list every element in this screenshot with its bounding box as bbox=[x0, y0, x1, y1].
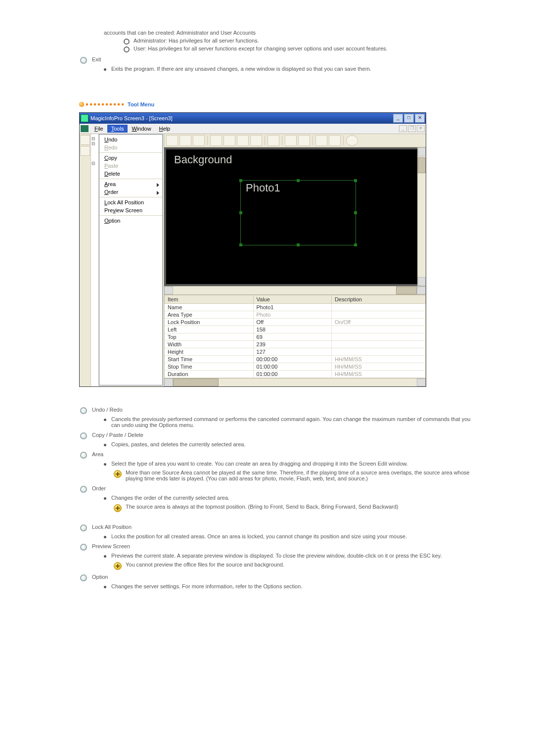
scroll-down-icon[interactable] bbox=[418, 277, 426, 286]
mdi-close-icon[interactable]: ✕ bbox=[417, 125, 425, 132]
scroll-left-icon[interactable] bbox=[164, 286, 173, 294]
menu-tools[interactable]: Tools bbox=[107, 125, 128, 133]
resize-handle[interactable] bbox=[239, 179, 242, 182]
menu-option[interactable]: Option bbox=[99, 217, 162, 225]
resize-handle[interactable] bbox=[239, 243, 242, 246]
dotsq-icon bbox=[118, 103, 120, 105]
menu-order[interactable]: Order bbox=[99, 188, 162, 196]
menu-delete[interactable]: Delete bbox=[99, 170, 162, 178]
titlebar[interactable]: MagicInfoPro Screen3 - [Screen3] _ □ ✕ bbox=[80, 113, 426, 124]
resize-handle[interactable] bbox=[239, 211, 242, 214]
menu-lock-all-position[interactable]: Lock All Position bbox=[99, 198, 162, 206]
scroll-thumb[interactable] bbox=[173, 378, 219, 386]
dot-icon bbox=[104, 68, 106, 71]
menu-preview-screen[interactable]: Preview Screen bbox=[99, 206, 162, 214]
side-tool-1[interactable] bbox=[80, 135, 90, 145]
dot-icon bbox=[104, 586, 106, 588]
toolbar-btn[interactable] bbox=[298, 135, 310, 146]
menu-copy[interactable]: Copy bbox=[99, 154, 162, 162]
toolbar-btn[interactable] bbox=[223, 135, 235, 146]
lens-icon bbox=[80, 524, 87, 531]
close-button[interactable]: ✕ bbox=[415, 114, 425, 123]
vertical-scrollbar[interactable] bbox=[417, 147, 426, 286]
tool-bullet: Changes the server settings. For more in… bbox=[111, 583, 302, 589]
menu-help[interactable]: Help bbox=[155, 125, 175, 133]
dot-icon bbox=[104, 497, 106, 500]
table-row[interactable]: Stop Time01:00:00HH/MM/SS bbox=[165, 363, 426, 371]
screen-edit-canvas[interactable]: Background Photo1 bbox=[166, 149, 417, 284]
table-row[interactable]: Start Time00:00:00HH/MM/SS bbox=[165, 356, 426, 363]
tool-title: Undo / Redo bbox=[92, 407, 123, 413]
hollow-bullet-icon bbox=[124, 39, 130, 45]
photo-area[interactable]: Photo1 bbox=[240, 180, 356, 245]
table-row[interactable]: Left158 bbox=[165, 326, 426, 333]
toolbar-btn[interactable] bbox=[179, 135, 191, 146]
table-row[interactable]: Lock PositionOffOn/Off bbox=[165, 319, 426, 326]
menu-window[interactable]: Window bbox=[128, 125, 155, 133]
table-cell: 127 bbox=[253, 348, 331, 356]
table-cell: Area Type bbox=[165, 311, 254, 319]
table-cell: Photo bbox=[253, 311, 331, 319]
mdi-minimize-icon[interactable]: _ bbox=[399, 125, 407, 132]
scroll-left-icon[interactable] bbox=[164, 378, 173, 386]
table-row[interactable]: Width239 bbox=[165, 341, 426, 348]
table-row[interactable]: NamePhoto1 bbox=[165, 304, 426, 311]
table-row[interactable]: Area TypePhoto bbox=[165, 311, 426, 319]
toolbar-btn[interactable] bbox=[193, 135, 205, 146]
resize-handle[interactable] bbox=[354, 243, 357, 246]
resize-handle[interactable] bbox=[297, 243, 300, 246]
plus-note-text: You cannot preview the office files for … bbox=[126, 562, 284, 567]
table-row[interactable]: Duration01:00:00HH/MM/SS bbox=[165, 371, 426, 378]
lens-icon bbox=[80, 57, 87, 64]
table-row[interactable]: Height127 bbox=[165, 348, 426, 356]
toolbar-redo-btn[interactable] bbox=[329, 135, 341, 146]
toolbar-sep bbox=[312, 136, 313, 145]
plus-note-icon bbox=[114, 470, 122, 478]
scroll-thumb[interactable] bbox=[418, 157, 426, 173]
scroll-thumb[interactable] bbox=[396, 286, 417, 294]
toolbar-info-btn[interactable] bbox=[346, 135, 358, 146]
toolbar-btn[interactable] bbox=[237, 135, 249, 146]
tree-strip: ⊟⊟⊟ bbox=[91, 134, 99, 386]
tool-title: Order bbox=[92, 485, 106, 491]
toolbar-btn[interactable] bbox=[285, 135, 297, 146]
table-cell: Start Time bbox=[165, 356, 254, 363]
scroll-right-icon[interactable] bbox=[417, 286, 426, 294]
dotsq-icon bbox=[106, 103, 108, 105]
table-cell: Left bbox=[165, 326, 254, 333]
menu-undo[interactable]: Undo bbox=[99, 136, 162, 143]
toolbar-btn[interactable] bbox=[250, 135, 262, 146]
table-row[interactable]: Top69 bbox=[165, 333, 426, 341]
mdi-restore-icon[interactable]: ❐ bbox=[408, 125, 416, 132]
toolbar-btn[interactable] bbox=[267, 135, 279, 146]
horizontal-scrollbar[interactable] bbox=[164, 286, 426, 294]
table-cell: Stop Time bbox=[165, 363, 254, 371]
bottom-scrollbar[interactable] bbox=[164, 378, 426, 386]
col-description[interactable]: Description bbox=[331, 295, 425, 304]
resize-handle[interactable] bbox=[354, 179, 357, 182]
col-value[interactable]: Value bbox=[253, 295, 331, 304]
side-tool-2[interactable] bbox=[80, 146, 90, 156]
dot-icon bbox=[104, 536, 106, 538]
scroll-up-icon[interactable] bbox=[418, 147, 426, 156]
minimize-button[interactable]: _ bbox=[393, 114, 403, 123]
toolbar-sep bbox=[265, 136, 265, 145]
tool-title: Option bbox=[92, 574, 108, 580]
menu-file[interactable]: File bbox=[90, 125, 107, 133]
intro-sub-0: Administrator: Has privileges for all se… bbox=[134, 38, 259, 44]
tools-menu-popup[interactable]: Undo Redo Copy Paste Delete Area Order L… bbox=[99, 134, 163, 385]
maximize-button[interactable]: □ bbox=[404, 114, 414, 123]
menubar[interactable]: File Tools Window Help _ ❐ ✕ bbox=[80, 124, 426, 134]
dotsq-icon bbox=[86, 103, 88, 105]
tool-title: Lock All Position bbox=[92, 524, 132, 530]
resize-handle[interactable] bbox=[354, 211, 357, 214]
toolbar-btn[interactable] bbox=[166, 135, 178, 146]
menu-area[interactable]: Area bbox=[99, 180, 162, 188]
scroll-right-icon[interactable] bbox=[417, 378, 426, 386]
tool-bullet: Changes the order of the currently selec… bbox=[111, 495, 229, 501]
resize-handle[interactable] bbox=[297, 179, 300, 182]
menu-redo: Redo bbox=[99, 143, 162, 151]
col-item[interactable]: Item bbox=[165, 295, 254, 304]
toolbar-btn[interactable] bbox=[210, 135, 222, 146]
toolbar-undo-btn[interactable] bbox=[315, 135, 327, 146]
